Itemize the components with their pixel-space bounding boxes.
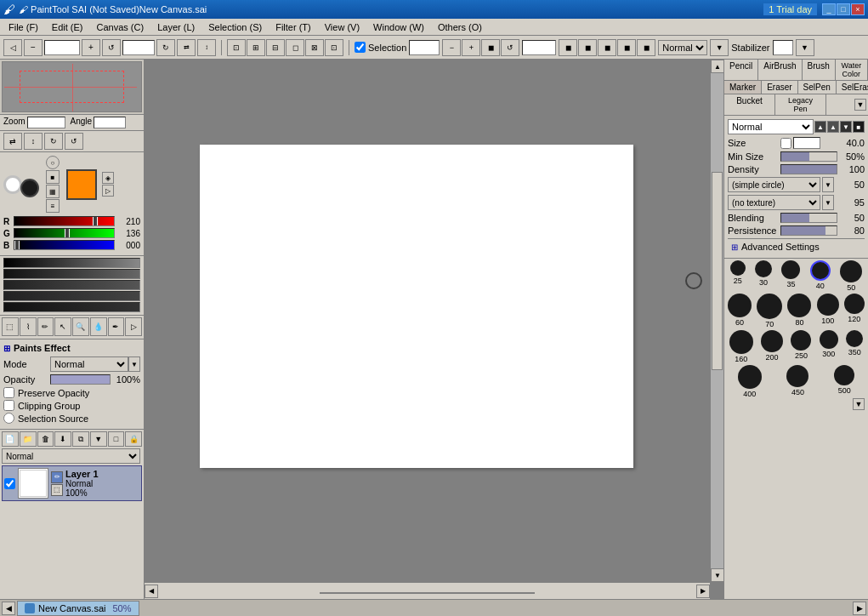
size-300[interactable]: 300: [820, 330, 838, 363]
tab-watercolor[interactable]: WaterColor: [836, 60, 868, 80]
tab-legacypen[interactable]: LegacyPen: [775, 94, 826, 115]
persistence-bar[interactable]: [780, 225, 837, 236]
size-450[interactable]: 450: [786, 365, 808, 396]
size-60[interactable]: 60: [728, 294, 752, 328]
transform-btn3[interactable]: ⊟: [266, 39, 285, 56]
angle-input[interactable]: +0008: [122, 40, 155, 55]
layer1-item[interactable]: ✏ ⬚ Layer 1 Normal 100%: [2, 465, 142, 501]
canvas-scrollbar-v[interactable]: ▲ ▼: [710, 60, 723, 582]
scroll-down-btn[interactable]: ▼: [711, 568, 723, 582]
selection-source-radio[interactable]: [3, 413, 14, 424]
menu-file[interactable]: File (F): [2, 20, 45, 34]
canvas-area[interactable]: ▲ ▼ ◀ ▶: [145, 60, 723, 599]
size-160[interactable]: 160: [729, 330, 753, 363]
selection-checkbox[interactable]: [355, 42, 366, 53]
color-extra-btn1[interactable]: ◈: [102, 172, 114, 184]
size-100[interactable]: 100: [817, 294, 839, 328]
brush-mode-arr3[interactable]: ▼: [840, 121, 852, 133]
scroll-track-v[interactable]: [711, 73, 723, 568]
layer1-visible-cb[interactable]: [4, 478, 15, 489]
fg-color-circle[interactable]: [3, 175, 22, 194]
prev-tab-btn[interactable]: ◀: [2, 602, 15, 615]
tab-new-canvas[interactable]: New Canvas.sai 50%: [17, 601, 139, 616]
brush-mode-select[interactable]: Normal: [728, 119, 814, 134]
mask-btn[interactable]: □: [108, 431, 125, 447]
menu-canvas[interactable]: Canvas (C): [90, 20, 151, 34]
rot-btn1[interactable]: ◼: [559, 39, 577, 56]
brush-mode-arr4[interactable]: ■: [853, 121, 865, 133]
clipping-group-cb[interactable]: [3, 400, 14, 411]
brush-mode-arr2[interactable]: ▲: [827, 121, 839, 133]
zoom-minus-btn[interactable]: −: [442, 39, 461, 56]
preserve-opacity-cb[interactable]: [3, 387, 14, 398]
color-wheel-btn[interactable]: ○: [46, 156, 60, 169]
mode-btn[interactable]: ▼: [710, 39, 729, 56]
transform-btn5[interactable]: ⊠: [305, 39, 324, 56]
scroll-left-btn[interactable]: ◀: [145, 585, 158, 598]
mode-dropdown-btn[interactable]: ▼: [128, 356, 140, 372]
zoom-in-button[interactable]: +: [82, 39, 100, 56]
tool-brush-small[interactable]: ✒: [108, 317, 125, 336]
current-color-swatch[interactable]: [66, 169, 97, 200]
rotate-ccw-btn2[interactable]: ↺: [65, 133, 83, 150]
delete-layer-btn[interactable]: 🗑: [37, 431, 54, 447]
stabilizer-dropdown[interactable]: ▼: [796, 39, 814, 56]
canvas-scrollbar-h[interactable]: ◀ ▶: [145, 582, 710, 599]
copy-layer-btn[interactable]: ⧉: [72, 431, 89, 447]
size-50[interactable]: 50: [840, 260, 862, 292]
tab-bucket[interactable]: Bucket: [724, 94, 775, 115]
brush-shape-select[interactable]: (simple circle): [728, 177, 820, 192]
b-slider[interactable]: [14, 240, 115, 250]
rot-btn5[interactable]: ◼: [637, 39, 655, 56]
advanced-settings[interactable]: ⊞ Advanced Settings: [728, 238, 865, 254]
size-70[interactable]: 70: [757, 294, 782, 328]
canvas-white[interactable]: [200, 145, 633, 468]
scroll-thumb-h[interactable]: [320, 592, 535, 594]
opacity-bar[interactable]: [50, 374, 111, 385]
menu-filter[interactable]: Filter (T): [269, 20, 318, 34]
tab-brush[interactable]: Brush: [803, 60, 836, 80]
tab-airbrush[interactable]: AirBrush: [758, 60, 802, 80]
stabilizer-input[interactable]: 3: [773, 40, 793, 55]
tool-select-lasso[interactable]: ⌇: [20, 317, 37, 336]
menu-window[interactable]: Window (W): [366, 20, 431, 34]
new-layer-btn[interactable]: 📄: [2, 431, 19, 447]
size-scroll[interactable]: 25 30 35 40: [726, 260, 866, 396]
tool-eyedropper[interactable]: 💧: [90, 317, 107, 336]
bg-color-circle[interactable]: [20, 179, 39, 197]
size-250[interactable]: 250: [791, 330, 811, 363]
menu-edit[interactable]: Edit (E): [45, 20, 90, 34]
angle-down-button[interactable]: ↺: [102, 39, 121, 56]
texture-dropdown[interactable]: ▼: [822, 195, 834, 210]
zoom-input[interactable]: 50.0%: [44, 40, 80, 55]
zoom-plus-btn[interactable]: +: [462, 39, 480, 56]
scroll-thumb-v[interactable]: [712, 172, 723, 370]
menu-layer[interactable]: Layer (L): [150, 20, 201, 34]
titlebar-buttons[interactable]: _ □ ×: [822, 3, 865, 15]
size-500[interactable]: 500: [834, 365, 854, 396]
tool-arrow[interactable]: ↖: [54, 317, 71, 336]
brush-mode-arr1[interactable]: ▲: [814, 121, 826, 133]
angle-side-input[interactable]: +0008: [94, 117, 126, 128]
zoom-fit-btn[interactable]: ◼: [481, 39, 500, 56]
rot-btn4[interactable]: ◼: [617, 39, 636, 56]
rotation-input[interactable]: +000°: [522, 40, 556, 55]
size-350[interactable]: 350: [846, 330, 863, 363]
lock-btn[interactable]: 🔒: [125, 431, 142, 447]
tab-pencil[interactable]: Pencil: [724, 60, 758, 80]
r-slider[interactable]: [14, 216, 115, 226]
merge-layer-btn[interactable]: ⬇: [54, 431, 71, 447]
rotate-button[interactable]: ↕: [197, 39, 216, 56]
color-hsv-btn[interactable]: ■: [46, 170, 60, 184]
flip-h-btn[interactable]: ⇄: [3, 133, 22, 150]
transform-btn6[interactable]: ⊡: [325, 39, 343, 56]
zoom-out-button[interactable]: −: [24, 39, 43, 56]
size-120[interactable]: 120: [844, 294, 865, 328]
close-button[interactable]: ×: [851, 3, 865, 15]
density-bar[interactable]: [780, 164, 837, 174]
angle-up-button[interactable]: ↻: [156, 39, 175, 56]
scroll-right-btn[interactable]: ▶: [696, 585, 710, 598]
mode-select-paints[interactable]: Normal: [50, 356, 128, 372]
filter-btn[interactable]: ▼: [90, 431, 107, 447]
transform-btn2[interactable]: ⊞: [247, 39, 265, 56]
